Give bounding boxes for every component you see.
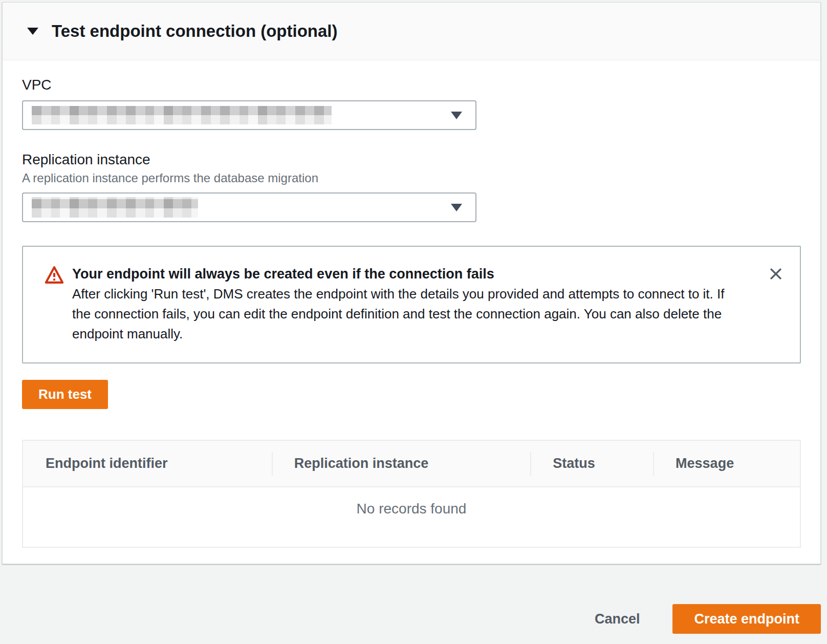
cancel-button[interactable]: Cancel (595, 604, 640, 634)
run-test-button[interactable]: Run test (22, 380, 108, 409)
vpc-select[interactable] (22, 100, 476, 130)
test-endpoint-section: Test endpoint connection (optional) VPC … (2, 2, 821, 564)
table-empty-state: No records found (23, 487, 800, 547)
warning-alert: Your endpoint will always be created eve… (22, 246, 801, 363)
column-endpoint-identifier: Endpoint identifier (23, 456, 272, 471)
table-header-row: Endpoint identifier Replication instance… (23, 441, 800, 487)
replication-instance-field: Replication instance A replication insta… (22, 152, 801, 222)
alert-message: After clicking 'Run test', DMS creates t… (72, 284, 743, 344)
alert-title: Your endpoint will always be created eve… (72, 264, 743, 284)
test-results-table: Endpoint identifier Replication instance… (22, 440, 801, 548)
dropdown-caret-icon (451, 204, 462, 211)
vpc-redacted-value (32, 106, 332, 124)
replication-instance-label: Replication instance (22, 152, 801, 168)
replication-instance-select[interactable] (22, 192, 476, 222)
no-records-text: No records found (357, 501, 467, 547)
column-replication-instance: Replication instance (272, 456, 530, 471)
dropdown-caret-icon (451, 112, 462, 119)
column-message: Message (653, 456, 800, 471)
create-endpoint-button[interactable]: Create endpoint (672, 604, 821, 634)
vpc-label: VPC (22, 77, 801, 93)
vpc-field: VPC (22, 77, 801, 130)
replication-instance-redacted-value (32, 197, 198, 218)
collapse-triangle-icon (27, 28, 38, 35)
column-status: Status (530, 456, 653, 471)
section-header[interactable]: Test endpoint connection (optional) (3, 3, 820, 60)
replication-instance-description: A replication instance performs the data… (22, 171, 801, 185)
form-actions-bar: Cancel Create endpoint (0, 565, 827, 644)
warning-triangle-icon (45, 265, 64, 287)
close-icon (767, 265, 785, 283)
close-button[interactable] (767, 265, 785, 283)
section-title: Test endpoint connection (optional) (52, 22, 338, 41)
section-body: VPC Replication instance A replication i… (3, 60, 820, 548)
